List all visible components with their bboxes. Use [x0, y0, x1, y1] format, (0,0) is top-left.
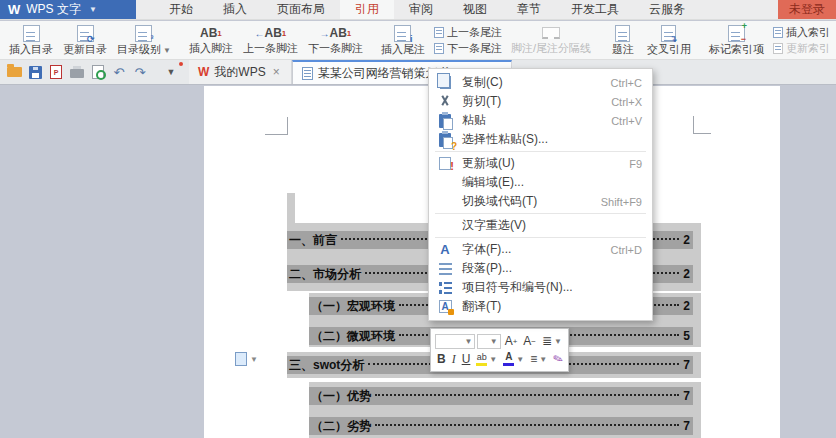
prev-endnote-button[interactable]: 上一条尾注 — [434, 24, 502, 40]
next-endnote-button[interactable]: 下一条尾注 — [434, 41, 502, 57]
chevron-down-icon: ▼ — [516, 355, 524, 364]
highlight-color-swatch — [476, 363, 487, 366]
format-painter-button[interactable]: ✎ — [549, 350, 567, 368]
toc-entry[interactable]: （二）劣势 7 — [309, 417, 693, 435]
footnote-endnote-separator-button[interactable]: 脚注/尾注分隔线 — [506, 23, 596, 58]
toc-entry-text: 二、市场分析 — [289, 266, 361, 283]
tab-review[interactable]: 审阅 — [394, 0, 448, 19]
ribbon: 插入目录 ⟳ 更新目录 ³ 目录级别▼ AB1 插入脚注 ←AB1 上一条脚注 … — [0, 21, 836, 60]
bold-button[interactable]: B — [435, 352, 448, 366]
font-size-combo[interactable]: ▼ — [477, 334, 500, 349]
cross-reference-button[interactable]: ↴ 交叉引用 — [642, 23, 696, 58]
margin-corner-mark — [265, 117, 288, 135]
tab-dev-tools[interactable]: 开发工具 — [556, 0, 634, 19]
paste-options-button[interactable]: ▼ — [235, 352, 258, 366]
font-color-button[interactable]: A▼ — [501, 352, 526, 366]
paste-options-icon — [235, 352, 247, 366]
shrink-font-button[interactable]: A− — [521, 334, 538, 348]
toc-entry-text: 三、swot分析 — [289, 357, 364, 374]
menu-item-bullets-numbering[interactable]: 项目符号和编号(N)... — [429, 278, 652, 297]
tab-page-layout[interactable]: 页面布局 — [262, 0, 340, 19]
ribbon-group-endnotes: i 插入尾注 上一条尾注 下一条尾注 脚注/尾注分隔线 — [376, 23, 596, 58]
font-name-combo[interactable]: ▼ — [435, 334, 475, 349]
menu-item-translate[interactable]: A 翻译(T) — [429, 297, 652, 316]
print-button[interactable] — [69, 64, 85, 80]
dot-leader — [375, 424, 679, 426]
caption-button[interactable]: 题注 — [604, 23, 642, 58]
print-preview-button[interactable] — [90, 64, 106, 80]
menu-item-paste-special[interactable]: ? 选择性粘贴(S)... — [429, 130, 652, 149]
chevron-down-icon: ▼ — [250, 355, 258, 364]
folder-icon — [7, 67, 22, 77]
menu-item-update-field[interactable]: 更新域(U) F9 — [429, 154, 652, 173]
document-tabbar: P ↶ ↷ ▼ W 我的WPS × 某某公司网络营销策划书.docx * × + — [0, 60, 836, 85]
insert-footnote-button[interactable]: AB1 插入脚注 — [184, 23, 238, 58]
insert-index-button[interactable]: 插入索引 — [773, 24, 830, 40]
customize-quick-access-button[interactable]: ▼ — [163, 64, 179, 80]
ribbon-group-index: +− 标记索引项 插入索引 更新索引 — [704, 23, 834, 58]
insert-toc-button[interactable]: 插入目录 — [4, 23, 58, 58]
cut-icon — [437, 94, 453, 110]
tab-insert[interactable]: 插入 — [208, 0, 262, 19]
prev-footnote-icon: ←AB1 — [255, 25, 287, 41]
redo-button[interactable]: ↷ — [132, 64, 148, 80]
underline-button[interactable]: U — [460, 352, 473, 366]
prev-endnote-icon — [434, 27, 444, 38]
toc-page-number: 2 — [683, 267, 693, 281]
alignment-button[interactable]: ≡▼ — [528, 352, 549, 366]
wps-home-icon: W — [198, 65, 209, 79]
app-title: WPS 文字 — [26, 1, 81, 18]
highlight-color-button[interactable]: ab▼ — [474, 353, 499, 366]
tab-home[interactable]: 开始 — [154, 0, 208, 19]
menu-separator — [435, 151, 646, 152]
grow-font-button[interactable]: A+ — [503, 334, 520, 348]
update-index-button[interactable]: 更新索引 — [773, 41, 830, 57]
next-footnote-button[interactable]: →AB1 下一条脚注 — [303, 23, 368, 58]
line-spacing-button[interactable]: ≣▼ — [540, 334, 564, 348]
menu-item-edit-field[interactable]: 编辑域(E)... — [429, 173, 652, 192]
italic-button[interactable]: I — [450, 352, 458, 367]
toc-entry-text: （二）劣势 — [311, 418, 371, 435]
tab-view[interactable]: 视图 — [448, 0, 502, 19]
insert-endnote-icon: i — [394, 25, 411, 42]
insert-index-icon — [773, 27, 783, 38]
menu-item-paste[interactable]: 粘贴 Ctrl+V — [429, 111, 652, 130]
undo-button[interactable]: ↶ — [111, 64, 127, 80]
insert-endnote-button[interactable]: i 插入尾注 — [376, 23, 430, 58]
toc-level-dropdown[interactable]: ³ 目录级别▼ — [112, 23, 176, 58]
menu-item-cut[interactable]: 剪切(T) Ctrl+X — [429, 92, 652, 111]
menu-item-font[interactable]: A 字体(F)... Ctrl+D — [429, 240, 652, 259]
tab-references[interactable]: 引用 — [340, 0, 394, 19]
printer-icon — [70, 69, 84, 78]
quick-access-toolbar: P ↶ ↷ ▼ — [0, 60, 185, 84]
menu-item-copy[interactable]: 复制(C) Ctrl+C — [429, 73, 652, 92]
chevron-down-icon: ▼ — [163, 46, 171, 55]
menu-item-toggle-field-codes[interactable]: 切换域代码(T) Shift+F9 — [429, 192, 652, 211]
pdf-icon: P — [50, 65, 62, 79]
toc-level-icon: ³ — [135, 25, 152, 42]
login-button[interactable]: 未登录 — [778, 0, 836, 19]
wps-logo-icon: W — [8, 2, 20, 17]
export-pdf-button[interactable]: P — [48, 64, 64, 80]
update-toc-button[interactable]: ⟳ 更新目录 — [58, 23, 112, 58]
wps-writer-window: W WPS 文字 ▼ 开始 插入 页面布局 引用 审阅 视图 章节 开发工具 云… — [0, 0, 836, 438]
close-icon[interactable]: × — [271, 65, 282, 79]
wps-menu-button[interactable]: W WPS 文字 ▼ — [0, 0, 136, 19]
toc-entry[interactable]: （一）优势 7 — [309, 387, 693, 405]
tab-cloud-service[interactable]: 云服务 — [634, 0, 700, 19]
tab-my-wps[interactable]: W 我的WPS × — [189, 60, 292, 84]
chevron-down-icon: ▼ — [539, 355, 547, 364]
tab-section[interactable]: 章节 — [502, 0, 556, 19]
menu-item-paragraph[interactable]: 段落(P)... — [429, 259, 652, 278]
mark-index-entry-button[interactable]: +− 标记索引项 — [704, 23, 769, 58]
print-preview-icon — [92, 65, 104, 79]
insert-footnote-icon: AB1 — [200, 25, 222, 41]
prev-footnote-button[interactable]: ←AB1 上一条脚注 — [238, 23, 303, 58]
line-spacing-icon: ≣ — [542, 334, 552, 348]
save-button[interactable] — [27, 64, 43, 80]
document-icon — [302, 67, 313, 80]
dot-leader — [375, 394, 679, 396]
index-stack: 插入索引 更新索引 — [769, 23, 834, 58]
open-file-button[interactable] — [6, 64, 22, 80]
menu-item-hanzi-reselect[interactable]: 汉字重选(V) — [429, 216, 652, 235]
